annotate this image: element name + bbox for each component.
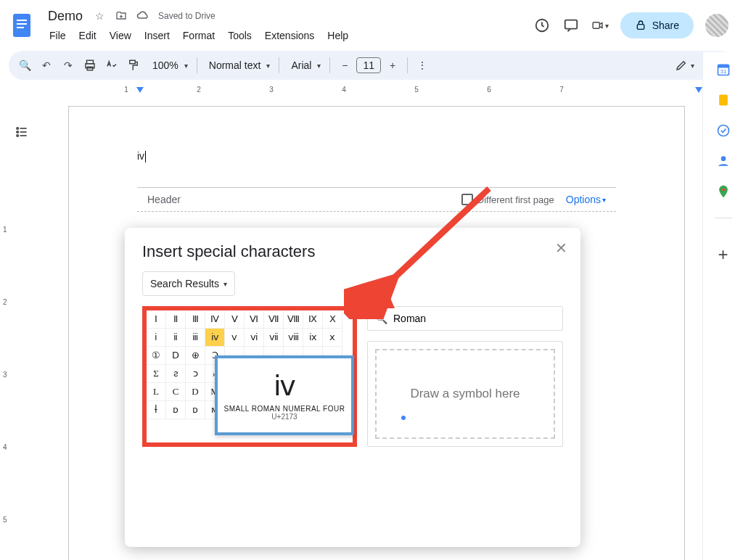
char-cell[interactable]: ⅴ xyxy=(225,329,245,347)
header-options-dropdown[interactable]: Options ▾ xyxy=(566,194,606,205)
menu-edit[interactable]: Edit xyxy=(73,27,102,44)
char-cell[interactable]: ƚ xyxy=(147,401,166,419)
zoom-dropdown[interactable]: 100%▾ xyxy=(145,59,192,71)
menu-view[interactable]: View xyxy=(104,27,137,44)
cloud-saved-icon[interactable] xyxy=(136,9,149,22)
docs-logo-icon[interactable] xyxy=(9,11,38,40)
more-icon[interactable]: ⋮ xyxy=(412,55,432,75)
star-icon[interactable]: ☆ xyxy=(93,9,106,22)
comments-icon[interactable] xyxy=(562,17,580,34)
draw-dot-icon xyxy=(401,416,406,420)
page-header-area[interactable]: iv Header Different first page Options ▾ xyxy=(69,107,684,219)
toolbar: 🔍 ↶ ↷ 100%▾ Normal text▾ Arial▾ − 11 + ⋮… xyxy=(9,51,734,80)
char-cell[interactable]: Ⅰ xyxy=(147,310,166,329)
char-cell[interactable]: Ⅵ xyxy=(245,310,264,329)
char-cell[interactable]: Ⅾ xyxy=(166,347,186,365)
char-cell[interactable]: D xyxy=(186,383,205,401)
ruler-tick: 4 xyxy=(342,86,346,94)
font-dropdown[interactable]: Arial▾ xyxy=(284,59,325,71)
spellcheck-icon[interactable] xyxy=(102,55,122,75)
char-cell[interactable]: Ⅱ xyxy=(166,310,186,329)
vertical-ruler[interactable]: 1 2 3 4 5 xyxy=(0,106,16,560)
char-cell[interactable]: Ⅳ xyxy=(205,310,225,329)
ruler-tick: 2 xyxy=(197,86,201,94)
add-addon-button[interactable]: + xyxy=(718,244,728,265)
tasks-icon[interactable] xyxy=(716,123,731,138)
svg-text:31: 31 xyxy=(720,68,726,75)
history-icon[interactable] xyxy=(533,17,551,34)
ruler-tick: 7 xyxy=(559,86,564,94)
menu-file[interactable]: File xyxy=(44,27,72,44)
char-cell[interactable]: C xyxy=(166,383,186,401)
print-icon[interactable] xyxy=(80,55,100,75)
char-cell[interactable]: ᴅ xyxy=(166,401,186,419)
style-dropdown[interactable]: Normal text▾ xyxy=(202,59,275,71)
menu-help[interactable]: Help xyxy=(321,27,354,44)
char-cell[interactable]: ƨ xyxy=(166,365,186,383)
search-input[interactable] xyxy=(393,313,555,324)
document-title[interactable]: Demo xyxy=(44,7,87,25)
svg-rect-11 xyxy=(130,60,136,64)
char-cell[interactable]: ᴅ xyxy=(186,401,205,419)
char-cell[interactable]: Ⅷ xyxy=(284,310,303,329)
draw-symbol-pad[interactable]: Draw a symbol here xyxy=(367,341,563,447)
char-cell[interactable]: ⅶ xyxy=(264,329,284,347)
char-cell[interactable]: L xyxy=(147,383,166,401)
character-results-panel: ⅠⅡⅢⅣⅤⅥⅦⅧⅨⅩⅰⅱⅲⅳⅴⅵⅶⅷⅸⅹ①Ⅾ⊕ƆΣƨɔ»LCDMƚᴅᴅᴍ ⅳ S… xyxy=(142,306,357,447)
meet-button[interactable]: ▾ xyxy=(591,17,609,34)
char-cell[interactable]: ⅰ xyxy=(147,329,166,347)
category-dropdown[interactable]: Search Results▾ xyxy=(142,271,235,296)
char-cell[interactable]: Ⅹ xyxy=(323,310,342,329)
share-button[interactable]: Share xyxy=(620,12,694,38)
char-cell[interactable]: ① xyxy=(147,347,166,365)
character-tooltip: ⅳ SMALL ROMAN NUMERAL FOUR U+2173 xyxy=(215,355,354,435)
tooltip-name: SMALL ROMAN NUMERAL FOUR xyxy=(224,405,345,413)
font-size-increase[interactable]: + xyxy=(382,55,403,75)
different-first-page-checkbox[interactable]: Different first page xyxy=(461,194,554,205)
editing-mode-dropdown[interactable]: ▾ xyxy=(670,59,699,72)
maps-icon[interactable] xyxy=(716,184,731,199)
calendar-icon[interactable]: 31 xyxy=(716,62,731,77)
menu-tools[interactable]: Tools xyxy=(222,27,258,44)
undo-icon[interactable]: ↶ xyxy=(36,55,57,75)
char-cell[interactable]: ⊕ xyxy=(186,347,205,365)
char-cell[interactable]: ⅸ xyxy=(303,329,323,347)
move-icon[interactable] xyxy=(115,9,128,22)
char-cell[interactable]: ⅵ xyxy=(245,329,264,347)
menu-extensions[interactable]: Extensions xyxy=(259,27,320,44)
svg-rect-5 xyxy=(565,20,577,29)
char-cell[interactable]: ⅲ xyxy=(186,329,205,347)
checkbox-icon xyxy=(461,194,473,205)
char-cell[interactable]: ⅹ xyxy=(323,329,342,347)
account-avatar[interactable] xyxy=(705,14,728,37)
keep-icon[interactable] xyxy=(716,93,731,107)
search-icon[interactable]: 🔍 xyxy=(15,55,35,75)
char-cell[interactable]: Ⅶ xyxy=(264,310,284,329)
font-size-decrease[interactable]: − xyxy=(334,55,355,75)
char-cell[interactable]: Ⅲ xyxy=(186,310,205,329)
draw-hint: Draw a symbol here xyxy=(410,387,520,401)
redo-icon[interactable]: ↷ xyxy=(58,55,78,75)
char-cell[interactable]: ⅳ xyxy=(205,329,225,347)
char-cell[interactable]: ⅷ xyxy=(284,329,303,347)
menu-insert[interactable]: Insert xyxy=(139,27,176,44)
indent-marker-icon[interactable] xyxy=(136,87,144,93)
special-characters-dialog: ✕ Insert special characters Search Resul… xyxy=(125,228,580,547)
share-label: Share xyxy=(652,20,679,31)
char-cell[interactable]: Σ xyxy=(147,365,166,383)
search-input-wrap[interactable]: 🔍 xyxy=(367,306,563,331)
svg-point-19 xyxy=(718,125,728,136)
svg-rect-1 xyxy=(17,20,27,21)
font-size-input[interactable]: 11 xyxy=(356,57,381,73)
header-label: Header xyxy=(147,194,181,205)
paint-format-icon[interactable] xyxy=(123,55,144,75)
char-cell[interactable]: Ⅸ xyxy=(303,310,323,329)
close-button[interactable]: ✕ xyxy=(555,241,567,255)
text-cursor xyxy=(145,151,146,162)
right-margin-marker-icon[interactable] xyxy=(695,87,702,93)
char-cell[interactable]: Ⅴ xyxy=(225,310,245,329)
char-cell[interactable]: ⅱ xyxy=(166,329,186,347)
char-cell[interactable]: ɔ xyxy=(186,365,205,383)
contacts-icon[interactable] xyxy=(716,154,731,168)
menu-format[interactable]: Format xyxy=(177,27,221,44)
